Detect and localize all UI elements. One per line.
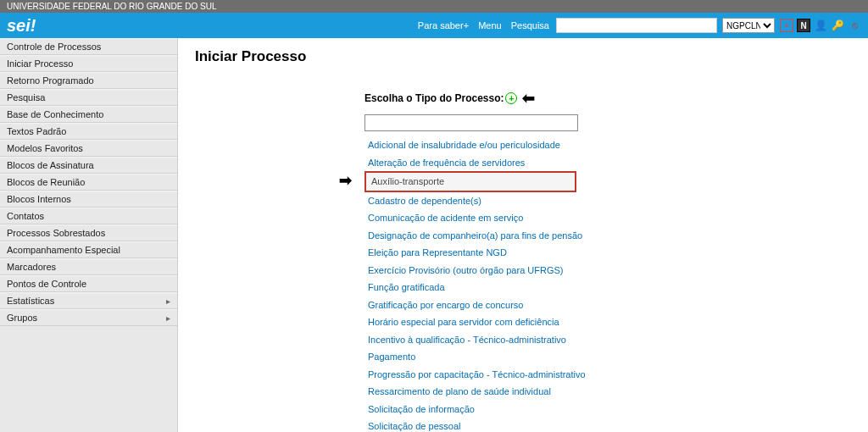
process-type-item[interactable]: Horário especial para servidor com defic… [364, 313, 851, 331]
process-type-item[interactable]: Adicional de insalubridade e/ou periculo… [364, 136, 851, 154]
exit-icon[interactable]: ⎋ [848, 19, 861, 32]
app-logo: sei! [7, 16, 36, 36]
sidebar-item[interactable]: Textos Padrão [0, 123, 177, 140]
process-type-item[interactable]: Eleição para Representante NGD [364, 244, 851, 262]
process-type-item[interactable]: Gratificação por encargo de concurso [364, 296, 851, 314]
form-area: Escolha o Tipo do Processo: + ⬅ Adiciona… [364, 89, 851, 432]
sidebar-item[interactable]: Pontos de Controle [0, 275, 177, 292]
process-type-item[interactable]: Incentivo à qualificação - Técnico-admin… [364, 331, 851, 349]
sidebar-item[interactable]: Contatos [0, 208, 177, 224]
sidebar-item[interactable]: Acompanhamento Especial [0, 241, 177, 258]
highlighted-process-type-wrap: ➡Auxílio-transporte [364, 171, 578, 192]
user-icon[interactable]: 👤 [814, 19, 827, 32]
sidebar-item[interactable]: Grupos [0, 309, 177, 326]
arrow-annotation-icon: ➡ [339, 171, 352, 190]
org-title: UNIVERSIDADE FEDERAL DO RIO GRANDE DO SU… [7, 2, 216, 11]
process-type-item[interactable]: Função gratificada [364, 279, 851, 296]
sidebar-item[interactable]: Base de Conhecimento [0, 106, 177, 123]
process-type-label: Escolha o Tipo do Processo: [364, 92, 504, 104]
expand-types-icon[interactable]: + [505, 92, 517, 104]
sidebar-item[interactable]: Retorno Programado [0, 72, 177, 89]
sidebar-item[interactable]: Modelos Favoritos [0, 140, 177, 157]
sidebar-item[interactable]: Processos Sobrestados [0, 224, 177, 241]
org-title-bar: UNIVERSIDADE FEDERAL DO RIO GRANDE DO SU… [0, 0, 868, 13]
sidebar-item[interactable]: Blocos de Reunião [0, 174, 177, 191]
top-links: Para saber+ Menu Pesquisa [418, 20, 556, 30]
toolbar-icons: ≡ N 👤 🔑 ⎋ [780, 19, 861, 32]
search-input[interactable] [556, 18, 717, 33]
process-type-item[interactable]: Alteração de frequência de servidores [364, 154, 851, 172]
search-label: Pesquisa [511, 20, 549, 30]
process-type-item[interactable]: Progressão por capacitação - Técnico-adm… [364, 366, 851, 384]
list-icon[interactable]: ≡ [780, 19, 793, 32]
help-link[interactable]: Para saber+ [418, 20, 469, 30]
process-type-item[interactable]: Pagamento [364, 348, 851, 366]
arrow-annotation-icon: ⬅ [522, 89, 535, 108]
process-type-list: Adicional de insalubridade e/ou periculo… [364, 136, 851, 432]
process-type-item[interactable]: Comunicação de acidente em serviço [364, 209, 851, 227]
sidebar: Controle de ProcessosIniciar ProcessoRet… [0, 38, 178, 432]
sidebar-item[interactable]: Pesquisa [0, 89, 177, 106]
process-type-item[interactable]: Auxílio-transporte [364, 171, 576, 192]
unit-select[interactable]: NGPCLN [722, 18, 775, 33]
sidebar-item[interactable]: Marcadores [0, 258, 177, 275]
form-label-row: Escolha o Tipo do Processo: + ⬅ [364, 89, 851, 108]
sidebar-item[interactable]: Blocos de Assinatura [0, 157, 177, 174]
process-type-item[interactable]: Solicitação de informação [364, 401, 851, 418]
sidebar-item[interactable]: Iniciar Processo [0, 55, 177, 72]
process-type-item[interactable]: Designação de companheiro(a) para fins d… [364, 227, 851, 245]
process-type-filter-input[interactable] [364, 114, 578, 131]
top-bar: sei! Para saber+ Menu Pesquisa NGPCLN ≡ … [0, 13, 868, 38]
sidebar-item[interactable]: Estatísticas [0, 292, 177, 309]
menu-link[interactable]: Menu [478, 20, 502, 30]
process-type-item[interactable]: Exercício Provisório (outro órgão para U… [364, 262, 851, 280]
process-type-item[interactable]: Cadastro de dependente(s) [364, 192, 851, 210]
page-title: Iniciar Processo [195, 48, 851, 65]
process-type-item[interactable]: Ressarcimento de plano de saúde individu… [364, 383, 851, 401]
content: Iniciar Processo Escolha o Tipo do Proce… [178, 38, 868, 432]
main-layout: Controle de ProcessosIniciar ProcessoRet… [0, 38, 868, 432]
process-type-item[interactable]: Solicitação de pessoal [364, 418, 851, 432]
key-icon[interactable]: 🔑 [831, 19, 844, 32]
sidebar-item[interactable]: Controle de Processos [0, 38, 177, 55]
sidebar-item[interactable]: Blocos Internos [0, 191, 177, 208]
novelty-icon[interactable]: N [797, 19, 810, 32]
